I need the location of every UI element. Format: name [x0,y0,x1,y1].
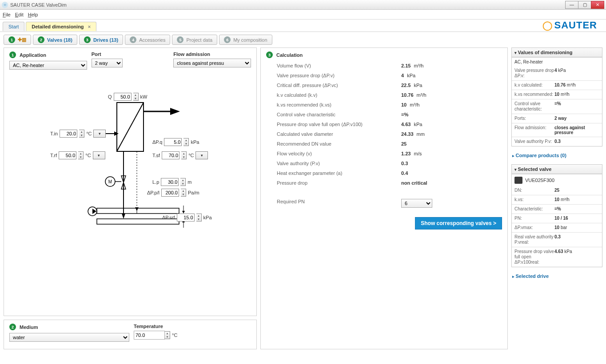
temperature-field[interactable] [134,331,165,340]
calc-row: Valve authority (P.v)0.3 [277,158,502,168]
step-drives[interactable]: 3Drives (13) [79,35,123,45]
menu-edit[interactable]: Edit [15,12,24,17]
minimize-button[interactable]: — [565,1,578,9]
brand-logo: ◯SAUTER [542,20,597,31]
dPsrf-field[interactable] [177,214,195,222]
spinner[interactable]: ▲▼ [133,93,139,101]
compare-products-link[interactable]: Compare products (0) [511,151,602,160]
app-icon: ○ [2,2,8,8]
title-bar: ○ SAUTER CASE ValveDim — ▢ ✕ [0,0,606,10]
valve-row: DN:25 [512,186,602,195]
svg-text:M: M [108,179,112,184]
input-Trf: T.rf▲▼°C▾ [50,151,105,159]
selected-valve-header[interactable]: Selected valve [512,165,602,174]
calc-row: Pressure dropnon critical [277,178,502,188]
values-dimensioning-panel: Values of dimensioning AC, Re-heater Val… [511,47,602,146]
schematic-diagram: M [50,80,210,240]
medium-select[interactable]: water [9,333,129,342]
medium-panel: 2Medium water Temperature ▲▼ °C [4,320,257,349]
calc-row: Critical diff. pressure (ΔP.vc)22.5 kPa [277,80,502,90]
dim-row: Valve pressure drop ΔP.v:4 kPa [512,66,602,80]
port-select[interactable]: 2 way [92,59,123,67]
port-label: Port [92,51,169,57]
required-pn-label: Required PN [277,199,401,208]
application-select[interactable]: AC, Re-heater [9,61,87,70]
calc-row: Calculated valve diameter24.33 mm [277,129,502,139]
dPq-field[interactable] [164,138,182,146]
values-dimensioning-header[interactable]: Values of dimensioning [512,48,602,57]
dim-row: k.v calculated:10.76 m³/h [512,80,602,90]
calc-row: k.v calculated (k.v)10.76 m³/h [277,90,502,100]
dim-row: Control valve characteristic:=% [512,99,602,114]
close-button[interactable]: ✕ [591,1,604,9]
step-accessories[interactable]: 4Accessories [125,35,170,45]
valve-row: ΔP.vmax:10 bar [512,223,602,232]
valve-row: PN:10 / 16 [512,214,602,223]
Tsf-field[interactable] [162,151,179,159]
temperature-label: Temperature [134,324,196,329]
svg-marker-14 [92,209,96,214]
step-valves[interactable]: 2Valves (18) [33,35,77,45]
Tin-field[interactable] [60,130,77,138]
application-label: Application [20,52,46,58]
input-dPpl: ΔP.p/l▲▼Pa/m [147,189,199,197]
input-Tsf: T.sf▲▼°C▾ [152,151,208,159]
calc-row: Recommended DN value25 [277,139,502,149]
calc-row: k.vs recommended (k.vs)10 m³/h [277,100,502,110]
dPpl-field[interactable] [161,189,179,197]
tab-label: Detailed dimensioning [32,24,84,29]
new-icon: ✚▥ [18,37,26,43]
flow-label: Flow admission [173,51,251,57]
valve-row: Characteristic:=% [512,204,602,214]
input-Lp: L.p▲▼m [152,178,191,186]
valve-icon [514,177,522,184]
menu-bar: File Edit Help [0,10,606,20]
medium-label: Medium [20,324,38,330]
svg-marker-19 [122,214,125,219]
input-Q: Q▲▼kW [108,93,147,101]
calc-row: Pressure drop valve full open (ΔP.v100)4… [277,119,502,129]
svg-rect-15 [97,208,179,214]
input-dPq: ΔP.q▲▼kPa [152,138,199,146]
calc-row: Flow velocity (v)1.23 m/s [277,149,502,158]
calc-row: Control valve characteristic=% [277,110,502,119]
selected-valve-name: VUE025F300 [525,178,554,183]
svg-marker-18 [135,207,139,211]
dim-row: Flow admission:closes against pressure [512,123,602,137]
Trf-field[interactable] [59,151,76,159]
step-project-data[interactable]: 5Project data [172,35,217,45]
step-tabs: 1✚▥ 2Valves (18) 3Drives (13) 4Accessori… [0,32,606,47]
calc-row: Heat exchanger parameter (a)0.4 [277,168,502,178]
unit-select[interactable]: ▾ [93,130,106,138]
Q-field[interactable] [114,93,132,101]
Lp-field[interactable] [161,178,179,186]
menu-help[interactable]: Help [28,12,38,17]
dim-row: k.vs recommended:10 m³/h [512,90,602,99]
tab-start[interactable]: Start [3,22,24,31]
document-tabs: Start Detailed dimensioning × ◯SAUTER [0,20,606,32]
window-title: SAUTER CASE ValveDim [10,2,67,8]
flow-admission-select[interactable]: closes against pressu [173,59,251,67]
tab-close-icon[interactable]: × [88,24,91,29]
step-my-composition[interactable]: 6My composition [219,35,272,45]
calc-row: Volume flow (V)2.15 m³/h [277,61,502,71]
valve-row: k.vs:10 m³/h [512,195,602,204]
input-Tin: T.in▲▼°C▾ [50,130,106,138]
step-1[interactable]: 1✚▥ [4,35,31,45]
menu-file[interactable]: File [3,12,11,17]
tab-detailed-dimensioning[interactable]: Detailed dimensioning × [26,22,96,31]
valve-row: Real valve authority P.vreal:0.3 [512,232,602,247]
calculation-label: Calculation [276,52,303,58]
dim-row: Valve authority P.v:0.3 [512,137,602,146]
show-valves-button[interactable]: Show corresponding valves > [415,217,502,229]
svg-marker-3 [170,108,180,115]
valve-row: Pressure drop valve full open ΔP.v100rea… [512,247,602,267]
svg-line-1 [117,103,144,151]
dim-row: Ports:2 way [512,114,602,123]
maximize-button[interactable]: ▢ [578,1,591,9]
calc-row: Valve pressure drop (ΔP.v)4 kPa [277,71,502,80]
selected-drive-link[interactable]: Selected drive [511,272,602,281]
input-dPsrf: ΔP.srf▲▼kPa [162,214,212,222]
required-pn-select[interactable]: 6 [401,199,432,208]
application-panel: 1Application AC, Re-heater Port 2 way Fl… [4,47,257,316]
